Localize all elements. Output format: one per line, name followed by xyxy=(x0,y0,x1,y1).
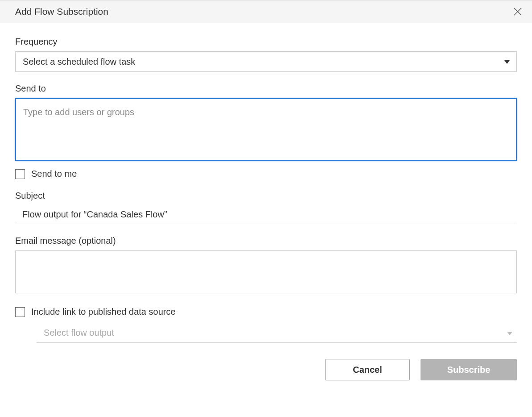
dialog-body: Frequency Select a scheduled flow task S… xyxy=(0,23,532,389)
subject-field: Subject xyxy=(15,191,517,224)
sendto-label: Send to xyxy=(15,83,517,94)
flow-output-select[interactable]: Select flow output xyxy=(37,323,517,343)
dialog-header: Add Flow Subscription xyxy=(0,0,532,23)
close-icon xyxy=(513,7,522,16)
subscribe-button[interactable]: Subscribe xyxy=(421,359,517,380)
flow-output-placeholder: Select flow output xyxy=(44,328,114,338)
sendto-input[interactable] xyxy=(15,98,517,161)
frequency-select[interactable]: Select a scheduled flow task xyxy=(15,51,517,72)
send-to-me-label[interactable]: Send to me xyxy=(31,169,77,179)
include-link-label[interactable]: Include link to published data source xyxy=(31,307,176,317)
send-to-me-checkbox[interactable] xyxy=(15,169,25,179)
email-textarea[interactable] xyxy=(15,250,517,293)
send-to-me-row: Send to me xyxy=(15,169,517,179)
frequency-select-wrapper: Select a scheduled flow task xyxy=(15,51,517,72)
add-flow-subscription-dialog: Add Flow Subscription Frequency Select a… xyxy=(0,0,532,389)
sendto-field: Send to Send to me xyxy=(15,83,517,179)
cancel-button[interactable]: Cancel xyxy=(325,359,410,380)
include-link-row: Include link to published data source xyxy=(15,307,517,317)
close-button[interactable] xyxy=(512,6,523,17)
dialog-footer: Cancel Subscribe xyxy=(15,343,517,380)
subject-input[interactable] xyxy=(15,205,517,224)
frequency-label: Frequency xyxy=(15,37,517,47)
frequency-selected-value: Select a scheduled flow task xyxy=(23,57,135,67)
subject-label: Subject xyxy=(15,191,517,201)
frequency-field: Frequency Select a scheduled flow task xyxy=(15,37,517,72)
email-field: Email message (optional) xyxy=(15,236,517,295)
email-label: Email message (optional) xyxy=(15,236,517,246)
dialog-title: Add Flow Subscription xyxy=(15,6,108,17)
include-link-checkbox[interactable] xyxy=(15,307,25,317)
include-link-field: Include link to published data source Se… xyxy=(15,307,517,343)
flow-output-select-wrapper: Select flow output xyxy=(37,323,517,343)
